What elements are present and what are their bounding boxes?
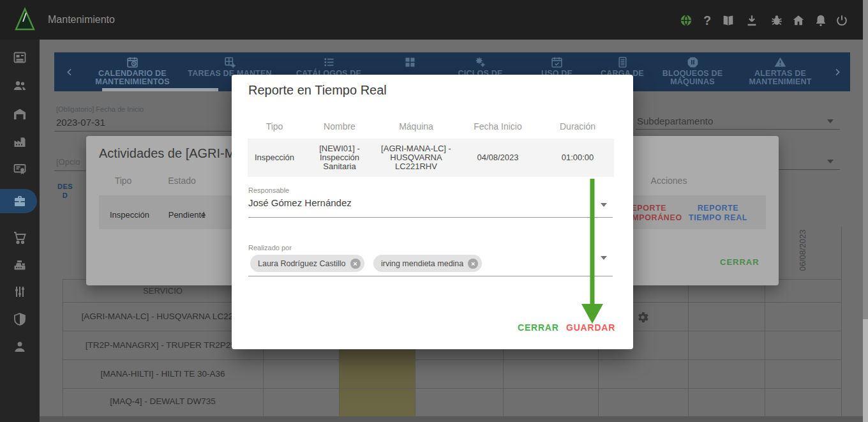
shield-icon [12, 312, 27, 327]
machine-row: [MAQ-4] - DEWALT DW735 [63, 396, 263, 406]
sidebar-item-warehouse[interactable] [11, 106, 28, 123]
download-icon[interactable] [744, 12, 760, 29]
factory-icon [12, 134, 27, 149]
page-title: Mantenimiento [48, 14, 115, 26]
sidebar-item-security[interactable] [11, 311, 28, 328]
calendar-clock-icon [126, 56, 139, 69]
column-header-fecha-inicio: Fecha Inicio [454, 117, 541, 136]
column-header-maquina: Máquina [378, 117, 454, 136]
chip-remove-icon[interactable]: × [350, 259, 361, 269]
activity-fragment: I [200, 210, 207, 220]
actividades-cerrar-button[interactable]: CERRAR [720, 257, 760, 267]
sidebar-item-cart[interactable] [11, 229, 28, 246]
cerrar-button[interactable]: CERRAR [518, 322, 559, 333]
report-tipo: Inspección [248, 139, 301, 177]
pause-octagon-icon [686, 56, 700, 69]
dialog-title: Reporte en Tiempo Real [248, 83, 387, 98]
chevron-left-icon [64, 67, 75, 77]
activity-tipo: Inspección [104, 210, 155, 220]
tabs-scroll-right-button[interactable] [825, 64, 849, 80]
chevron-down-icon[interactable] [827, 119, 834, 123]
tab-calendario-de-mantenimientos[interactable]: CALENDARIO DE MANTENIMIENTOS [83, 52, 182, 91]
sidebar-item-news[interactable] [11, 49, 28, 66]
bug-icon[interactable] [768, 12, 785, 29]
sidebar-item-factory[interactable] [11, 133, 28, 150]
machine-row: [MANA-HILTI] - HILTI TE 30-A36 [63, 369, 263, 379]
sidebar-item-cash-register[interactable] [11, 257, 28, 273]
grid-icon [403, 56, 417, 69]
responsable-select[interactable]: José Gómez Hernández [248, 197, 352, 208]
responsable-underline [248, 217, 613, 218]
tune-icon [12, 284, 27, 299]
realizado-por-label: Realizado por [248, 244, 292, 252]
sidebar-nav [0, 40, 40, 422]
globe-icon[interactable] [678, 12, 694, 29]
people-icon [12, 78, 27, 93]
app-window: [Obligatorio] Fecha de Inicio 2023-07-31… [0, 0, 868, 422]
tabs-scroll-left-button[interactable] [57, 64, 82, 80]
realizado-por-underline [248, 276, 613, 276]
actividades-dialog-title: Actividades de [AGRI-MA [99, 146, 244, 161]
column-header-acciones: Acciones [647, 176, 691, 186]
reporte-tiempo-real-button[interactable]: REPORTE TIEMPO REAL [683, 204, 753, 223]
annotation-arrow [578, 177, 607, 326]
responsable-label: Responsable [248, 186, 289, 194]
home-icon[interactable] [790, 12, 807, 29]
sidebar-item-certificate[interactable] [11, 161, 28, 177]
report-duracion: 01:00:00 [541, 139, 614, 177]
realizado-por-chips: Laura Rodríguez Castillo× irving mendiet… [250, 255, 488, 272]
row-settings-gear-icon[interactable] [636, 310, 650, 324]
column-header-tipo: Tipo [248, 117, 301, 136]
power-icon[interactable] [834, 12, 850, 29]
sidebar-item-settings-tune[interactable] [11, 283, 28, 300]
certificate-icon [12, 162, 27, 177]
table-gear-icon [223, 56, 237, 69]
column-header-nombre: Nombre [301, 117, 378, 136]
column-header-estado: Estado [160, 176, 204, 186]
chip-remove-icon[interactable]: × [468, 259, 478, 269]
table-line [841, 227, 842, 416]
chip-laura-rodriguez-castillo[interactable]: Laura Rodríguez Castillo× [250, 255, 364, 272]
app-logo[interactable] [14, 6, 36, 32]
cart-icon [12, 230, 27, 245]
report-fecha-inicio: 04/08/2023 [454, 139, 541, 177]
gears-icon [474, 56, 487, 69]
fecha-inicio-value[interactable]: 2023-07-31 [56, 117, 105, 128]
scrollbar-track [863, 0, 868, 422]
list-icon [322, 56, 336, 69]
tab-bloqueos-de-maquinas[interactable]: BLOQUEOS DE MÁQUINAS [651, 52, 734, 91]
sidebar-item-people[interactable] [11, 77, 28, 94]
document-icon [616, 56, 629, 69]
table-line [63, 388, 841, 389]
toolbox-icon [12, 193, 27, 209]
sidebar-item-profile[interactable] [11, 338, 28, 355]
scrollbar-thumb[interactable] [863, 319, 868, 422]
opcional-field-fragment[interactable]: [Opcio [56, 157, 80, 167]
table-line [63, 359, 841, 360]
person-icon [12, 339, 27, 354]
table-footer-strip [40, 416, 863, 422]
column-header-tipo: Tipo [104, 176, 142, 186]
cash-register-icon [12, 257, 27, 273]
news-icon [12, 50, 27, 65]
report-maquina: [AGRI-MANA-LC] - HUSQVARNA LC221RHV [381, 139, 451, 177]
chevron-down-icon[interactable] [827, 160, 834, 163]
column-header-duracion: Duración [541, 117, 614, 136]
top-app-bar: Mantenimiento ? [0, 0, 868, 40]
sidebar-item-maintenance-toolbox[interactable] [11, 193, 28, 209]
chevron-right-icon [832, 67, 842, 77]
subdepartamento-underline [636, 129, 840, 130]
warning-triangle-icon [774, 56, 787, 69]
report-nombre: [NEWI01] - Inspección Sanitaria [304, 139, 375, 177]
table-line [688, 279, 689, 416]
help-icon[interactable]: ? [699, 12, 715, 29]
manual-icon[interactable] [720, 12, 737, 29]
subdepartamento-select[interactable]: Subdepartamento [637, 116, 713, 126]
chip-irving-mendieta-medina[interactable]: irving mendieta medina× [373, 255, 482, 272]
calendar-check-icon [550, 56, 564, 69]
warehouse-icon [12, 107, 27, 122]
column-header-date-rotated: 06/08/2023 [798, 225, 808, 276]
bell-icon[interactable] [812, 12, 829, 29]
tab-alertas-de-mantenimiento[interactable]: ALERTAS DE MANTENIMIENT [734, 52, 827, 91]
download-link-fragment[interactable]: DES D [54, 182, 76, 200]
